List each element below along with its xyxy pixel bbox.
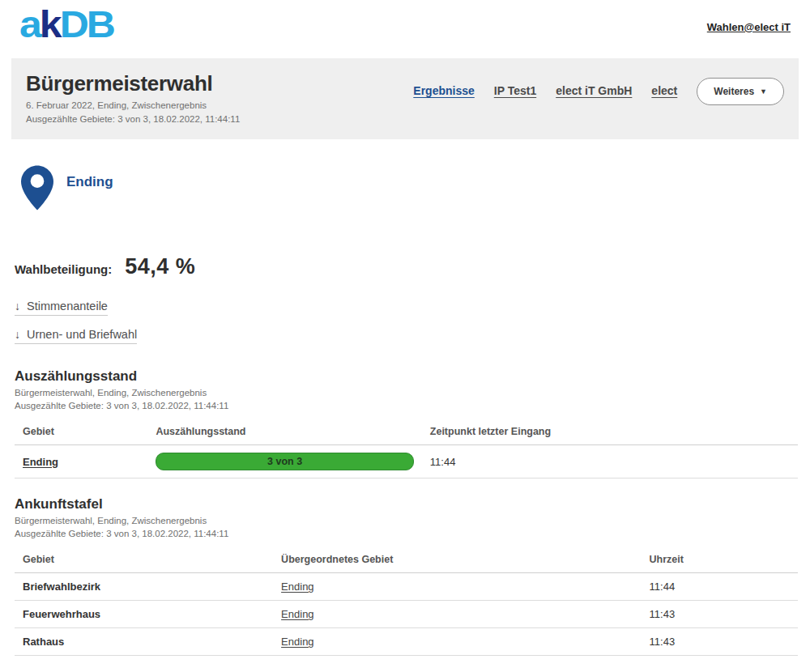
gebiet-link-ending[interactable]: Ending — [23, 456, 58, 468]
election-subtitle-2: Ausgezählte Gebiete: 3 von 3, 18.02.2022… — [26, 114, 240, 124]
section-subtitle-1: Bürgermeisterwahl, Ending, Zwischenergeb… — [15, 388, 798, 398]
logo-letter-k: k — [40, 4, 60, 46]
column-header-uhrzeit: Uhrzeit — [642, 547, 798, 573]
table-row: Feuerwehrhaus Ending 11:43 — [15, 601, 798, 628]
arrival-time: 11:43 — [642, 628, 798, 656]
akdb-logo[interactable]: akDB — [19, 5, 113, 45]
nav-item-elect-it-gmbh[interactable]: elect iT GmbH — [556, 84, 632, 97]
gebiet-name: Rathaus — [15, 628, 273, 656]
table-row: Ending 3 von 3 11:44 — [15, 445, 798, 478]
main-content: Ending Wahlbeteiligung: 54,4 % ↓ Stimmen… — [0, 162, 810, 656]
table-row: Rathaus Ending 11:43 — [15, 628, 798, 656]
turnout-label: Wahlbeteiligung: — [15, 262, 112, 276]
section-subtitle-2: Ausgezählte Gebiete: 3 von 3, 18.02.2022… — [15, 401, 798, 410]
parent-gebiet-link[interactable]: Ending — [281, 581, 313, 593]
collapse-link-label: Stimmenanteile — [27, 300, 108, 313]
arrival-time: 11:43 — [642, 601, 798, 628]
count-status-table: Gebiet Auszählungsstand Zeitpunkt letzte… — [15, 419, 798, 478]
more-button-label: Weiteres — [714, 86, 754, 97]
location-name: Ending — [66, 174, 113, 190]
more-button[interactable]: Weiteres ▼ — [697, 78, 784, 105]
top-bar: akDB Wahlen@elect iT — [0, 0, 810, 58]
arrival-board-table: Gebiet Übergeordnetes Gebiet Uhrzeit Bri… — [15, 547, 798, 656]
chevron-down-icon: ▼ — [760, 87, 767, 96]
collapsible-links: ↓ Stimmenanteile ↓ Urnen- und Briefwahl — [15, 299, 798, 344]
nav-item-ergebnisse[interactable]: Ergebnisse — [413, 84, 474, 97]
logo-letter-a: a — [19, 4, 40, 46]
turnout-row: Wahlbeteiligung: 54,4 % — [15, 254, 798, 279]
logo-letters-db: DB — [60, 4, 113, 46]
collapse-link-stimmenanteile[interactable]: ↓ Stimmenanteile — [15, 300, 108, 316]
location-row: Ending — [21, 162, 798, 217]
section-subtitle-2: Ausgezählte Gebiete: 3 von 3, 18.02.2022… — [15, 529, 798, 538]
election-title-block: Bürgermeisterwahl 6. Februar 2022, Endin… — [26, 71, 240, 128]
arrow-down-icon: ↓ — [15, 300, 20, 313]
nav-item-elect[interactable]: elect — [651, 84, 677, 97]
column-header-zeitpunkt: Zeitpunkt letzter Eingang — [422, 419, 798, 445]
section-title: Ankunftstafel — [15, 496, 798, 513]
parent-gebiet-link[interactable]: Ending — [281, 636, 313, 648]
collapse-link-urnen-briefwahl[interactable]: ↓ Urnen- und Briefwahl — [15, 328, 137, 344]
section-title: Auszählungsstand — [15, 368, 798, 385]
arrival-time: 11:44 — [642, 573, 798, 601]
column-header-uebergeordnetes-gebiet: Übergeordnetes Gebiet — [273, 547, 641, 573]
election-header-band: Bürgermeisterwahl 6. Februar 2022, Endin… — [11, 58, 799, 139]
last-entry-time: 11:44 — [422, 445, 798, 478]
turnout-value: 54,4 % — [125, 254, 195, 279]
nav-item-ip-test1[interactable]: IP Test1 — [494, 84, 536, 97]
gebiet-name: Briefwahlbezirk — [15, 573, 273, 601]
parent-gebiet-link[interactable]: Ending — [281, 608, 313, 620]
collapse-link-label: Urnen- und Briefwahl — [27, 328, 137, 341]
section-subtitle-1: Bürgermeisterwahl, Ending, Zwischenergeb… — [15, 516, 798, 525]
page-title: Bürgermeisterwahl — [26, 71, 240, 96]
election-subtitle-1: 6. Februar 2022, Ending, Zwischenergebni… — [26, 100, 240, 110]
arrival-board-section: Ankunftstafel Bürgermeisterwahl, Ending,… — [15, 496, 798, 656]
progress-track: 3 von 3 — [156, 453, 413, 470]
account-link[interactable]: Wahlen@elect iT — [707, 21, 791, 33]
progress-bar: 3 von 3 — [156, 453, 413, 470]
column-header-gebiet: Gebiet — [15, 547, 273, 573]
table-row: Briefwahlbezirk Ending 11:44 — [15, 573, 798, 601]
gebiet-name: Feuerwehrhaus — [15, 601, 273, 628]
header-nav: Ergebnisse IP Test1 elect iT GmbH elect … — [413, 84, 784, 128]
arrow-down-icon: ↓ — [15, 328, 20, 341]
map-pin-icon — [21, 165, 53, 214]
column-header-auszaehlungsstand: Auszählungsstand — [147, 419, 421, 445]
column-header-gebiet: Gebiet — [15, 419, 147, 445]
count-status-section: Auszählungsstand Bürgermeisterwahl, Endi… — [15, 368, 798, 478]
